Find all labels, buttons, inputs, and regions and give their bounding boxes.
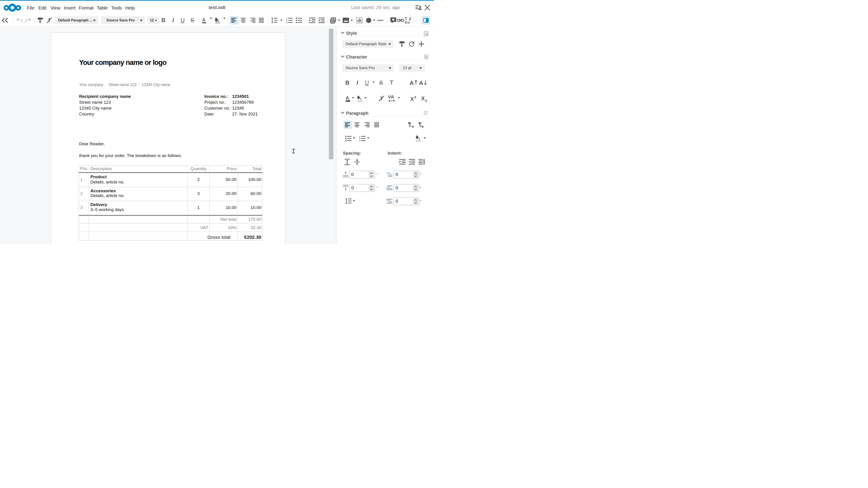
svg-text:¶: ¶ [408,121,411,128]
svg-text:2: 2 [425,99,427,102]
svg-text:VA: VA [388,94,394,99]
svg-text:A: A [410,80,414,86]
svg-text:X: X [410,96,414,102]
svg-text:&: & [405,21,407,24]
svg-text:2: 2 [414,95,416,99]
svg-text:¶: ¶ [418,121,422,128]
svg-text:A: A [202,17,206,22]
svg-text:3: 3 [286,22,287,24]
svg-text:A: A [346,95,349,101]
svg-text:X: X [421,95,425,101]
svg-text:A: A [425,55,427,59]
svg-text:3: 3 [359,140,360,142]
svg-text:%: % [407,21,410,24]
svg-text:A: A [419,80,423,86]
